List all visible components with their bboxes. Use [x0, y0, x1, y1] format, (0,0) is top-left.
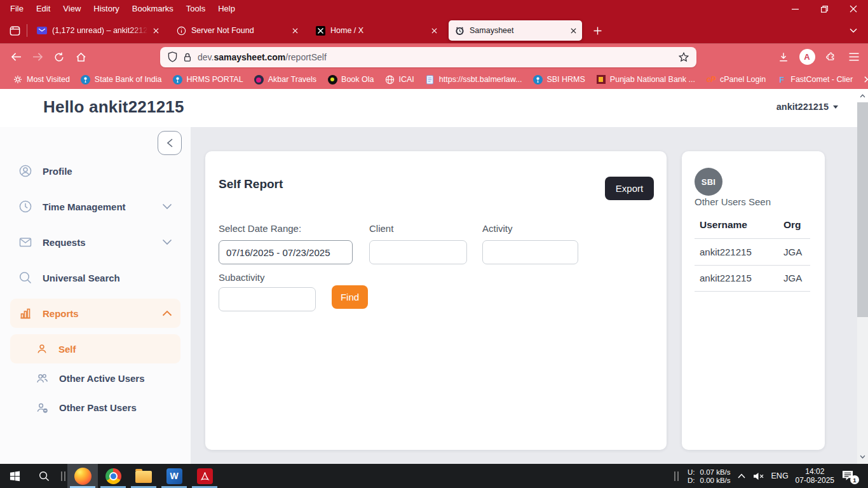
bookmark-fastcomet[interactable]: FFastComet - Clier — [776, 74, 853, 85]
tab-home-x[interactable]: Home / X — [309, 20, 443, 41]
taskbar-explorer-icon[interactable] — [128, 464, 159, 488]
bookmark-star-icon[interactable] — [679, 52, 689, 62]
globe-icon — [384, 74, 395, 85]
menu-help[interactable]: Help — [212, 0, 241, 18]
menu-view[interactable]: View — [57, 0, 87, 18]
sidebar-item-profile[interactable]: Profile — [10, 156, 180, 186]
activity-label: Activity — [482, 223, 513, 234]
bookmark-ssbt[interactable]: https://ssbt.balmerlaw... — [425, 74, 522, 85]
activity-input[interactable] — [482, 240, 578, 264]
action-center-icon[interactable]: 1 — [841, 470, 855, 482]
back-icon[interactable] — [5, 47, 27, 67]
list-all-tabs-icon[interactable] — [844, 21, 863, 40]
tab-close-icon[interactable] — [153, 28, 159, 34]
sidebar-item-time-management[interactable]: Time Management — [10, 192, 180, 221]
tab-title: Samaysheet — [470, 26, 566, 35]
volume-muted-icon[interactable] — [752, 471, 764, 481]
client-input[interactable] — [369, 240, 467, 264]
sidebar-item-reports[interactable]: Reports — [10, 299, 180, 328]
net-speed-monitor[interactable]: U:0.07 kB/s D:0.00 kB/s — [688, 468, 730, 484]
reload-icon[interactable] — [48, 47, 70, 67]
subactivity-input[interactable] — [219, 287, 316, 311]
bookmark-sbi[interactable]: State Bank of India — [81, 74, 162, 85]
chevron-down-icon — [162, 203, 172, 210]
bookmark-pnb[interactable]: Punjab National Bank ... — [596, 74, 695, 85]
bookmark-hrms-portal[interactable]: HRMS PORTAL — [173, 74, 243, 85]
navigation-toolbar: dev.samaysheet.com/reportSelf A — [0, 43, 868, 70]
new-tab-button[interactable] — [588, 21, 607, 40]
pnb-icon — [596, 74, 606, 85]
tab-server-not-found[interactable]: Server Not Found — [170, 20, 304, 41]
tab-bar: (1,172 unread) – ankit221215@g Server No… — [0, 18, 868, 43]
bookmark-icai[interactable]: ICAI — [384, 74, 414, 85]
bookmarks-overflow-icon[interactable] — [864, 76, 868, 83]
tab-gmail[interactable]: (1,172 unread) – ankit221215@g — [31, 20, 165, 41]
forward-icon[interactable] — [27, 47, 48, 67]
other-users-card: SBI Other Users Seen Username Org ankit2… — [682, 151, 825, 450]
extensions-puzzle-icon[interactable] — [821, 48, 840, 67]
bookmark-most-visited[interactable]: Most Visited — [13, 74, 70, 85]
report-title: Self Report — [219, 177, 283, 191]
x-favicon-icon — [315, 25, 325, 36]
date-range-input[interactable] — [219, 240, 353, 264]
bookmark-akbar-travels[interactable]: Akbar Travels — [254, 74, 316, 85]
taskbar-firefox-icon[interactable] — [67, 464, 98, 488]
sidebar-subitem-other-active-users[interactable]: Other Active Users — [10, 363, 180, 393]
people-icon — [36, 372, 49, 385]
firefox-view-icon[interactable] — [5, 22, 24, 39]
page-scrollbar[interactable] — [857, 89, 868, 464]
samaysheet-favicon-icon — [454, 25, 465, 36]
hamburger-menu-icon[interactable] — [844, 48, 864, 67]
sidebar-subitem-self[interactable]: Self — [10, 334, 180, 363]
find-button[interactable]: Find — [332, 285, 368, 309]
sidebar-collapse-button[interactable] — [158, 131, 182, 155]
url-bar[interactable]: dev.samaysheet.com/reportSelf — [160, 47, 696, 67]
home-icon[interactable] — [70, 47, 92, 67]
scrollbar-thumb[interactable] — [857, 102, 868, 317]
taskbar-date: 07-08-2025 — [796, 476, 834, 485]
lock-icon[interactable] — [183, 52, 192, 62]
sidebar-item-label: Time Management — [43, 201, 126, 212]
taskbar-chrome-icon[interactable] — [98, 464, 128, 488]
start-button[interactable] — [0, 464, 29, 488]
tab-close-icon[interactable] — [571, 28, 576, 34]
sidebar-item-label: Reports — [43, 308, 79, 319]
scroll-down-icon[interactable] — [857, 451, 868, 463]
minimize-button[interactable] — [780, 0, 810, 18]
scroll-up-icon[interactable] — [857, 89, 868, 102]
language-indicator[interactable]: ENG — [771, 471, 789, 480]
taskbar-acrobat-icon[interactable] — [189, 464, 220, 488]
hidden-icons-chevron-icon[interactable] — [738, 473, 745, 478]
tab-close-icon[interactable] — [292, 28, 298, 34]
bookmark-book-ola[interactable]: Book Ola — [327, 74, 374, 85]
menu-tools[interactable]: Tools — [180, 0, 212, 18]
tab-title: Server Not Found — [191, 26, 287, 35]
taskbar-search-icon[interactable] — [29, 464, 58, 488]
close-window-button[interactable] — [839, 0, 868, 18]
downloads-icon[interactable] — [774, 48, 793, 67]
menu-history[interactable]: History — [87, 0, 125, 18]
sidebar-item-universal-search[interactable]: Universal Search — [10, 263, 180, 292]
restore-button[interactable] — [810, 0, 839, 18]
table-divider — [695, 265, 810, 266]
screen: File Edit View History Bookmarks Tools H… — [0, 0, 868, 488]
taskbar: W U:0.07 kB/s D:0.00 kB/s ENG 14:02 07-0… — [0, 464, 868, 488]
sidebar-subitem-other-past-users[interactable]: Other Past Users — [10, 393, 180, 422]
menu-file[interactable]: File — [4, 0, 30, 18]
menu-edit[interactable]: Edit — [30, 0, 57, 18]
page-content: Hello ankit221215 ankit221215 Profile Ti… — [0, 89, 857, 464]
user-dropdown[interactable]: ankit221215 — [776, 102, 838, 112]
taskbar-time: 14:02 — [796, 467, 834, 476]
tab-samaysheet-active[interactable]: Samaysheet — [449, 20, 582, 41]
export-button[interactable]: Export — [605, 177, 654, 200]
sidebar-item-requests[interactable]: Requests — [10, 227, 180, 257]
account-avatar-icon[interactable]: A — [797, 48, 817, 67]
bookmark-sbi-hrms[interactable]: SBI HRMS — [532, 74, 585, 85]
menu-bookmarks[interactable]: Bookmarks — [126, 0, 180, 18]
bookmark-cpanel[interactable]: cPcPanel Login — [706, 74, 766, 85]
table-cell-org: JGA — [783, 273, 802, 283]
shield-icon[interactable] — [168, 51, 177, 62]
tab-close-icon[interactable] — [431, 28, 437, 34]
taskbar-word-icon[interactable]: W — [159, 464, 189, 488]
taskbar-clock[interactable]: 14:02 07-08-2025 — [796, 467, 834, 485]
